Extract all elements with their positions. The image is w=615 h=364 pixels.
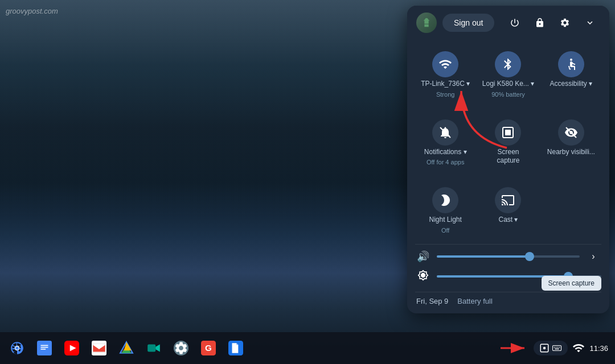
- bluetooth-icon-wrap: [495, 51, 521, 77]
- bluetooth-sublabel: 90% battery: [491, 91, 525, 98]
- qs-header-icons: [505, 13, 600, 33]
- wifi-sublabel: Strong: [436, 91, 454, 98]
- tray-keyboard-icon: [552, 343, 562, 353]
- svg-point-1: [425, 18, 428, 22]
- tray-screenshot-icon: [539, 343, 550, 353]
- wifi-tile[interactable]: TP-Link_736C ▾ Strong: [414, 44, 477, 104]
- taskbar-wifi-icon[interactable]: [572, 342, 585, 354]
- footer-battery-status: Battery full: [457, 297, 492, 305]
- accessibility-icon-wrap: [558, 51, 584, 77]
- night-light-sublabel: Off: [441, 227, 449, 234]
- cast-tile[interactable]: Cast ▾: [477, 180, 539, 239]
- svg-point-2: [570, 59, 572, 61]
- svg-rect-13: [41, 349, 46, 350]
- svg-rect-10: [37, 341, 52, 355]
- notifications-label: Notifications ▾: [424, 148, 467, 157]
- qs-tiles-row1: TP-Link_736C ▾ Strong Logi K580 Ke... ▾ …: [407, 40, 609, 108]
- svg-rect-35: [557, 347, 559, 348]
- bluetooth-label: Logi K580 Ke... ▾: [482, 80, 534, 89]
- bluetooth-tile[interactable]: Logi K580 Ke... ▾ 90% battery: [477, 44, 539, 104]
- taskbar-arrow: [501, 340, 529, 357]
- night-light-icon-wrap: [432, 187, 458, 213]
- svg-rect-37: [555, 349, 560, 350]
- screen-capture-icon-wrap: [495, 119, 521, 146]
- svg-rect-12: [41, 347, 48, 348]
- qs-footer: Fri, Sep 9 Battery full: [407, 292, 609, 313]
- taskbar-app-drive[interactable]: [114, 336, 139, 361]
- nearby-label: Nearby visibili...: [547, 148, 595, 157]
- footer-date: Fri, Sep 9: [416, 297, 448, 305]
- taskbar-app-docs[interactable]: [32, 336, 57, 361]
- cast-label: Cast ▾: [498, 216, 518, 225]
- taskbar-app-settings[interactable]: [169, 336, 194, 361]
- taskbar-app-meet[interactable]: [141, 336, 166, 361]
- quick-settings-panel: Sign out: [407, 6, 609, 313]
- night-light-label: Night Light: [429, 216, 461, 225]
- sign-out-button[interactable]: Sign out: [442, 14, 494, 32]
- wifi-icon-wrap: [432, 51, 458, 77]
- qs-tiles-row3: Night Light Off Cast ▾: [407, 176, 609, 244]
- screen-capture-tile[interactable]: Screencapture: [477, 113, 539, 172]
- volume-slider-row: 🔊 ›: [415, 247, 601, 266]
- volume-thumb[interactable]: [525, 252, 534, 261]
- svg-rect-11: [41, 345, 48, 346]
- taskbar: G: [0, 332, 615, 364]
- svg-rect-34: [556, 347, 557, 348]
- notifications-tile[interactable]: Notifications ▾ Off for 4 apps: [414, 113, 477, 172]
- qs-tiles-row2: Notifications ▾ Off for 4 apps Screencap…: [407, 108, 609, 176]
- screen-capture-tooltip: Screen capture: [542, 276, 601, 291]
- wifi-label: TP-Link_736C ▾: [421, 80, 470, 89]
- accessibility-label: Accessibility ▾: [550, 80, 592, 89]
- taskbar-right: 11:36: [501, 340, 610, 357]
- svg-marker-23: [155, 345, 160, 352]
- svg-point-9: [15, 346, 18, 349]
- lock-button[interactable]: [530, 13, 550, 33]
- svg-rect-5: [505, 130, 511, 135]
- qs-header: Sign out: [407, 6, 609, 40]
- svg-point-31: [543, 347, 546, 350]
- taskbar-time: 11:36: [589, 344, 608, 353]
- taskbar-app-chrome[interactable]: [5, 336, 30, 361]
- power-button[interactable]: [505, 13, 525, 33]
- taskbar-app-gmail[interactable]: [87, 336, 112, 361]
- expand-button[interactable]: [580, 13, 600, 33]
- nearby-tile[interactable]: Nearby visibili...: [540, 113, 602, 172]
- volume-track[interactable]: [437, 255, 580, 258]
- taskbar-app-youtube[interactable]: [59, 336, 84, 361]
- user-avatar: [416, 13, 437, 33]
- notifications-icon-wrap: [432, 119, 458, 146]
- nearby-icon-wrap: [558, 119, 584, 146]
- volume-icon: 🔊: [415, 250, 431, 263]
- night-light-tile[interactable]: Night Light Off: [414, 180, 477, 239]
- taskbar-app-files[interactable]: [223, 336, 248, 361]
- accessibility-tile[interactable]: Accessibility ▾: [540, 44, 602, 104]
- svg-text:G: G: [205, 343, 212, 353]
- screen-capture-label: Screencapture: [497, 148, 519, 166]
- svg-rect-32: [553, 346, 561, 351]
- volume-fill: [437, 255, 530, 258]
- brightness-icon: [415, 270, 431, 284]
- settings-button[interactable]: [555, 13, 575, 33]
- cast-icon-wrap: [495, 187, 521, 213]
- svg-rect-22: [147, 345, 155, 352]
- svg-rect-33: [554, 347, 555, 348]
- svg-rect-36: [559, 347, 560, 348]
- taskbar-app-google[interactable]: G: [196, 336, 221, 361]
- watermark: groovypost.com: [6, 7, 58, 15]
- notifications-sublabel: Off for 4 apps: [427, 159, 464, 166]
- volume-expand-arrow[interactable]: ›: [585, 251, 601, 262]
